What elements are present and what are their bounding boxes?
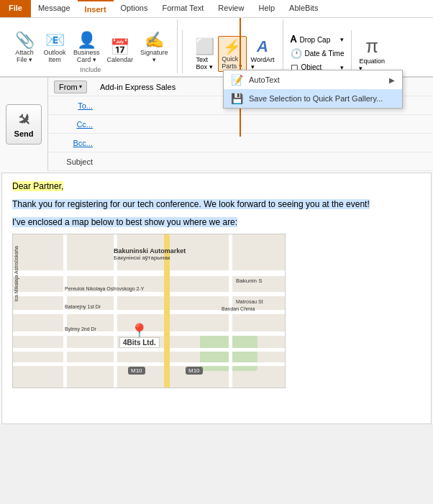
map-pin: 📍 4Bits Ltd. (119, 324, 160, 348)
from-label: From (59, 83, 78, 91)
autotext-arrow-icon: ▶ (389, 76, 395, 84)
map-background: Bakuninski Automarket Бакунінскі аўтарын… (13, 234, 285, 388)
tab-insert[interactable]: Insert (78, 0, 114, 17)
map-label-automarket-sub: Бакунінскі аўтарынак (114, 255, 170, 261)
map-label-astrouskaha: Ica Mikalaja Astroŭskaha (14, 246, 19, 301)
wordart-label: WordArt▾ (251, 56, 275, 70)
autotext-icon: 📝 (231, 74, 243, 86)
outlook-icon: 📧 (45, 32, 65, 48)
email-compose-area: ✈ Send From ▾ Add-in Express Sales To... (0, 77, 433, 424)
send-section: ✈ Send (0, 78, 47, 171)
ribbon-group-include: 📎 AttachFile ▾ 📧 OutlookItem 👤 BusinessC… (4, 19, 178, 73)
to-label[interactable]: To... (78, 101, 93, 110)
subject-label: Subject (66, 157, 93, 166)
email-para1: Thank you for registering for our tech c… (12, 198, 421, 211)
cc-label[interactable]: Cc... (76, 120, 93, 129)
map-label-bakunin: Bakunin S (236, 278, 262, 284)
tab-bar: File Message Insert Options Format Text … (0, 0, 433, 18)
from-dropdown-icon: ▾ (79, 83, 82, 90)
tab-message[interactable]: Message (31, 0, 78, 17)
autotext-menu-item[interactable]: 📝 AutoText ▶ (224, 70, 402, 89)
cc-input[interactable] (97, 120, 427, 129)
save-selection-label: Save Selection to Quick Part Gallery... (249, 94, 383, 103)
drop-cap-label: Drop Cap (299, 36, 330, 44)
save-selection-menu-item[interactable]: 💾 Save Selection to Quick Part Gallery..… (224, 89, 402, 108)
text-box-icon: ⬜ (195, 37, 214, 56)
pin-label: 4Bits Ltd. (119, 337, 160, 348)
business-card-icon: 👤 (77, 32, 96, 48)
para1-text: Thank you for registering for our tech c… (12, 199, 370, 209)
ribbon: 📎 AttachFile ▾ 📧 OutlookItem 👤 BusinessC… (0, 18, 433, 77)
bcc-input[interactable] (97, 139, 427, 147)
equation-icon: π (365, 35, 378, 58)
subject-input[interactable] (97, 157, 427, 166)
divider-2 (351, 30, 352, 73)
attach-icon: 📎 (15, 32, 35, 48)
map-badge-m10-2: M10 (186, 367, 203, 375)
send-label: Send (14, 129, 34, 138)
map-label-automarket: Bakuninski Automarket (114, 247, 186, 255)
signature-icon: ✍ (145, 32, 164, 48)
tab-ablebits[interactable]: AbleBits (282, 0, 325, 17)
map-container: Bakuninski Automarket Бакунінскі аўтарын… (12, 234, 286, 388)
text-box-button[interactable]: ⬜ TextBox ▾ (193, 36, 216, 72)
map-label-bylnny: Bylnny 2nd Dr (65, 326, 96, 331)
subject-label-container: Subject (54, 157, 97, 166)
para2-text: I've enclosed a map below to best show y… (12, 217, 237, 227)
map-label-bandar: Bandan Chmia (222, 306, 255, 311)
quick-parts-dropdown: 📝 AutoText ▶ 💾 Save Selection to Quick P… (223, 70, 403, 109)
outlook-item-button[interactable]: 📧 OutlookItem (40, 31, 69, 65)
tab-review[interactable]: Review (211, 0, 251, 17)
map-label-matrosau: Matrosau St (236, 299, 263, 304)
from-row-label-container: From ▾ (54, 81, 97, 93)
date-time-button[interactable]: 🕐 Date & Time (288, 47, 347, 60)
tab-file[interactable]: File (0, 0, 31, 17)
email-para2: I've enclosed a map below to best show y… (12, 216, 421, 229)
calendar-button[interactable]: 📅 Calendar (104, 38, 137, 65)
date-time-label: Date & Time (304, 50, 344, 58)
wordart-icon: A (257, 37, 268, 56)
calendar-label: Calendar (107, 56, 134, 63)
tab-options[interactable]: Options (114, 0, 155, 17)
map-label-batarejny: Batarejny 1st Dr (65, 304, 101, 309)
send-button[interactable]: ✈ Send (6, 104, 42, 145)
bcc-label[interactable]: Bcc... (73, 139, 93, 147)
to-label-container: To... (54, 101, 97, 110)
map-road-h5 (13, 348, 285, 352)
subject-row: Subject (48, 152, 433, 171)
map-badge-m10-1: M10 (128, 367, 145, 375)
right-mini-group: Ꭺ Drop Cap ▾ 🕐 Date & Time ◻ Object ▾ (288, 33, 347, 73)
map-road-h2 (13, 292, 285, 296)
quick-parts-button[interactable]: ⚡ QuickParts ▾ (218, 36, 247, 72)
tab-help[interactable]: Help (251, 0, 282, 17)
map-road-h6 (13, 362, 285, 366)
drop-cap-button[interactable]: Ꭺ Drop Cap ▾ (288, 33, 347, 46)
business-card-button[interactable]: 👤 BusinessCard ▾ (70, 31, 103, 65)
cc-label-container: Cc... (54, 120, 97, 129)
text-box-label: TextBox ▾ (196, 56, 213, 70)
email-greeting: Dear Partner, (12, 180, 421, 193)
business-card-label: BusinessCard ▾ (73, 49, 100, 63)
outlook-label: OutlookItem (43, 49, 65, 63)
tab-format-text[interactable]: Format Text (155, 0, 211, 17)
send-icon: ✈ (12, 109, 35, 131)
equation-button[interactable]: π Equation▾ (356, 34, 388, 73)
from-button[interactable]: From ▾ (54, 81, 87, 93)
bcc-label-container: Bcc... (54, 139, 97, 147)
quick-parts-icon: ⚡ (223, 38, 241, 55)
divider-1 (182, 30, 183, 73)
email-body[interactable]: Dear Partner, Thank you for registering … (1, 173, 432, 424)
greeting-text: Dear Partner, (12, 181, 63, 191)
autotext-label: AutoText (249, 75, 280, 84)
drop-cap-icon: Ꭺ (291, 34, 297, 45)
map-road-h1 (13, 270, 285, 276)
map-label-ostrovskogo: Pereulok Nikolaya Ostrovskogo 2-Y (65, 286, 145, 291)
from-value: Add-in Express Sales (97, 83, 176, 91)
save-selection-icon: 💾 (231, 93, 243, 104)
include-group-label: Include (80, 66, 101, 73)
signature-button[interactable]: ✍ Signature▾ (137, 31, 171, 65)
signature-label: Signature▾ (140, 49, 168, 63)
attach-file-button[interactable]: 📎 AttachFile ▾ (10, 31, 39, 65)
calendar-icon: 📅 (110, 40, 129, 55)
wordart-button[interactable]: A WordArt▾ (248, 36, 278, 72)
